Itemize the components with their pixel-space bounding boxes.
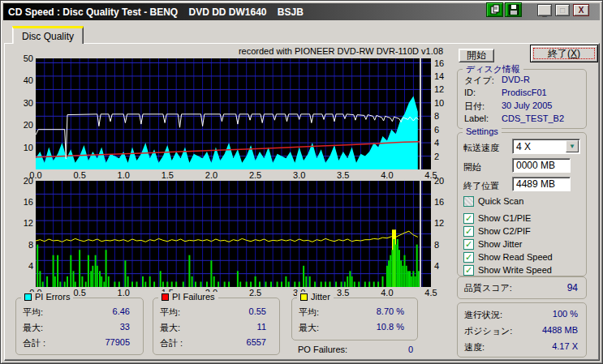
disc-info-title: ディスク情報 xyxy=(463,63,523,75)
exit-button[interactable]: 終了(X) xyxy=(530,45,598,62)
x-tick-label: 3.5 xyxy=(337,288,349,298)
minimize-icon: _ xyxy=(542,9,547,17)
tab-disc-quality[interactable]: Disc Quality xyxy=(12,26,84,44)
stat-label: 最大: xyxy=(299,322,319,334)
y-tick-label: 10 xyxy=(434,98,444,108)
jitter-legend-icon xyxy=(300,293,308,301)
start-button-label: 開始 xyxy=(467,49,486,62)
disc-info-value: 30 July 2005 xyxy=(502,101,552,110)
y-tick-label: 30 xyxy=(24,98,33,108)
app-window: CD Speed : Disc Quality Test - BENQ DVD … xyxy=(0,0,603,364)
bottom-chart-x-axis: 0.00.51.01.52.02.53.03.54.04.5 xyxy=(36,288,431,298)
pi-failures-legend-icon xyxy=(162,293,169,301)
close-button[interactable]: X xyxy=(573,4,589,16)
checkbox-checked-icon[interactable]: ✓ xyxy=(463,265,474,276)
window-title: CD Speed : Disc Quality Test - BENQ DVD … xyxy=(8,6,304,18)
disc-info-value: CDS_TEST_B2 xyxy=(502,113,564,123)
bottom-chart-right-axis: 20161284 xyxy=(434,181,452,287)
end-position-input[interactable]: 4489 MB xyxy=(512,177,571,191)
pi-errors-stats-label: PI Errors xyxy=(35,292,70,302)
start-position-label: 開始 xyxy=(463,161,481,173)
y-tick-label: 20 xyxy=(434,176,444,186)
y-tick-label: 12 xyxy=(24,218,33,228)
close-icon: X xyxy=(579,6,584,15)
checkbox-checked-icon[interactable]: ✓ xyxy=(463,252,474,263)
progress-value: 100 % xyxy=(553,309,578,319)
y-tick-label: 16 xyxy=(434,58,444,68)
checkbox-checked-icon[interactable]: ✓ xyxy=(463,226,474,237)
checkbox-show-c2-pif[interactable]: ✓Show C2/PIF xyxy=(463,225,584,238)
checkbox-show-write-speed[interactable]: ✓Show Write Speed xyxy=(463,263,584,276)
disc-info-label: Label: xyxy=(464,113,489,123)
checkbox-checked-icon[interactable]: ✓ xyxy=(463,213,474,224)
checkbox-label: Show Jitter xyxy=(478,239,522,249)
checkbox-show-jitter[interactable]: ✓Show Jitter xyxy=(463,238,584,251)
start-position-input[interactable]: 0000 MB xyxy=(512,158,571,173)
x-tick-label: 3.0 xyxy=(293,170,305,180)
stat-row: 最大:10.8 % xyxy=(299,322,404,335)
y-tick-label: 8 xyxy=(434,240,439,250)
disc-info-row: タイプ:DVD-R xyxy=(464,75,579,88)
pi-errors-stats-box: PI Errors 平均:6.46 最大:33 合計 :77905 xyxy=(15,298,144,355)
start-position-value: 0000 MB xyxy=(516,160,555,171)
y-tick-label: 12 xyxy=(434,218,444,228)
checkbox-show-read-speed[interactable]: ✓Show Read Speed xyxy=(463,251,584,263)
speed-select[interactable]: 4 X ▼ xyxy=(512,139,580,154)
save-icon[interactable] xyxy=(505,2,522,17)
disc-info-label: タイプ: xyxy=(464,75,494,87)
progress-label: 進行状況: xyxy=(464,309,502,321)
x-tick-label: 1.0 xyxy=(118,288,130,298)
checkbox-checked-icon[interactable]: ✓ xyxy=(463,239,474,250)
x-tick-label: 0.5 xyxy=(73,170,85,180)
stat-label: 平均: xyxy=(160,306,180,319)
pi-failures-chart xyxy=(36,181,431,287)
checkbox-label: Show C2/PIF xyxy=(478,226,531,236)
stat-value: 6.46 xyxy=(113,306,130,316)
stat-row: 平均:6.46 xyxy=(23,306,130,319)
y-tick-label: 4 xyxy=(28,261,33,271)
checkbox-show-c1-pie[interactable]: ✓Show C1/PIE xyxy=(463,212,584,225)
progress-label: 速度: xyxy=(464,341,485,353)
stat-value: 0.55 xyxy=(249,306,266,316)
quality-score-row: 品質スコア: 94 xyxy=(464,282,578,295)
stat-label: 合計 : xyxy=(23,337,45,349)
y-tick-label: 8 xyxy=(434,111,439,121)
x-tick-label: 2.5 xyxy=(249,288,261,298)
start-button[interactable]: 開始 xyxy=(459,49,494,62)
top-chart-left-axis: 5040302010 xyxy=(14,58,33,169)
y-tick-label: 4 xyxy=(434,261,439,271)
progress-row: ポジション:4488 MB xyxy=(464,325,578,338)
stat-row: 最大:33 xyxy=(23,322,130,335)
copy-icon[interactable] xyxy=(486,2,503,17)
top-chart-right-axis: 161412108642 xyxy=(434,58,452,169)
disc-info-row: ID:ProdiscF01 xyxy=(464,88,579,101)
stat-value: 11 xyxy=(257,322,266,332)
po-failures-value: 0 xyxy=(342,345,413,354)
checkbox-unchecked-icon[interactable] xyxy=(463,196,474,207)
y-tick-label: 50 xyxy=(24,54,33,63)
x-tick-label: 2.5 xyxy=(249,170,261,180)
y-tick-label: 6 xyxy=(434,125,439,135)
disc-info-value: ProdiscF01 xyxy=(502,88,547,97)
disc-info-row: Label:CDS_TEST_B2 xyxy=(464,113,579,126)
maximize-button[interactable]: □ xyxy=(555,4,570,16)
checkbox-label: Show Read Speed xyxy=(478,252,553,262)
settings-checkboxes: Quick Scan✓Show C1/PIE✓Show C2/PIF✓Show … xyxy=(463,195,584,276)
stat-value: 77905 xyxy=(105,337,130,347)
pi-failures-stats-box: PI Failures 平均:0.55 最大:11 合計 :6557 xyxy=(153,298,280,355)
progress-label: ポジション: xyxy=(464,325,512,337)
stat-label: 合計 : xyxy=(160,337,183,349)
checkbox-label: Show Write Speed xyxy=(478,265,552,275)
tab-label: Disc Quality xyxy=(22,31,74,42)
y-tick-label: 12 xyxy=(434,84,444,94)
checkbox-quick-scan[interactable]: Quick Scan xyxy=(463,195,584,208)
quality-score-label: 品質スコア: xyxy=(464,282,512,294)
y-tick-label: 16 xyxy=(24,197,33,207)
stat-row: 合計 :6557 xyxy=(160,337,266,350)
stat-value: 10.8 % xyxy=(377,322,404,332)
exit-button-label: 終了(X) xyxy=(548,47,580,61)
chevron-down-icon[interactable]: ▼ xyxy=(566,140,579,152)
disc-info-row: 日付:30 July 2005 xyxy=(464,101,579,113)
minimize-button[interactable]: _ xyxy=(537,4,552,16)
stat-label: 平均: xyxy=(23,306,43,319)
